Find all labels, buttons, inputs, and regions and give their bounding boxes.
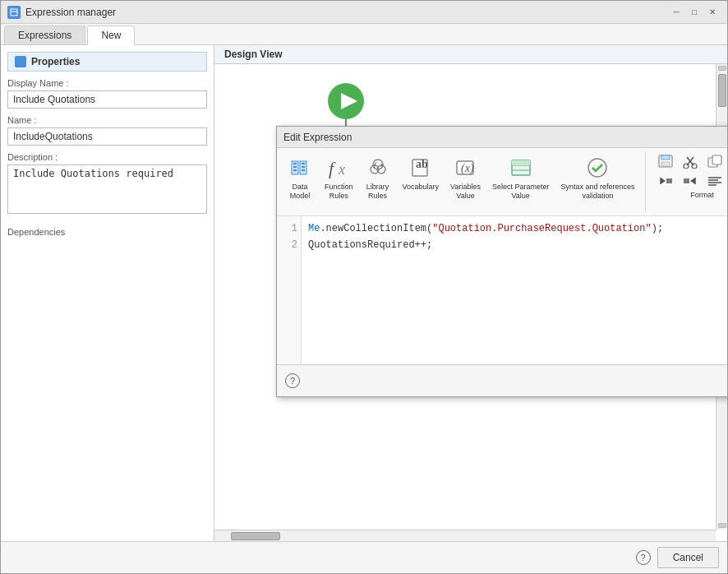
vocabulary-icon: ab (408, 155, 434, 181)
svg-rect-27 (302, 163, 305, 164)
toolbar-separator-1 (645, 151, 646, 212)
properties-title: Properties (31, 56, 80, 67)
maximize-button[interactable]: □ (686, 6, 703, 19)
dialog-toolbar: DataModel f x FunctionRules (277, 148, 727, 216)
window-title: Expression manager (25, 7, 116, 18)
library-rules-button[interactable]: f x LibraryRules (360, 151, 396, 204)
left-panel: Properties Display Name : Name : Descrip… (1, 45, 214, 541)
description-label: Description : (7, 152, 207, 162)
svg-marker-64 (690, 178, 695, 184)
svg-rect-54 (712, 155, 721, 164)
name-label: Name : (7, 115, 207, 125)
variables-value-button[interactable]: (x) VariablesValue (445, 151, 486, 204)
tabs-bar: Expressions New (1, 24, 727, 45)
main-window: Expression manager ─ □ ✕ Expressions New… (0, 0, 728, 574)
svg-text:x: x (380, 160, 384, 169)
minimize-button[interactable]: ─ (668, 6, 684, 19)
name-input[interactable] (7, 127, 207, 146)
indent-right-button[interactable] (679, 171, 702, 191)
function-rules-icon: f x (325, 155, 352, 181)
format-label: Format (690, 191, 714, 200)
right-panel: Design View (214, 45, 727, 541)
line-numbers: 1 2 (277, 216, 302, 364)
display-name-group: Display Name : (7, 78, 207, 109)
svg-rect-23 (293, 163, 297, 164)
indent-left-button[interactable] (654, 171, 677, 191)
close-button[interactable]: ✕ (704, 6, 721, 19)
design-view-header: Design View (214, 45, 727, 64)
library-rules-icon: f x (365, 155, 391, 181)
line-number-2: 2 (280, 238, 297, 253)
vocabulary-button[interactable]: ab Vocabulary (398, 151, 445, 195)
scrollbar-horizontal[interactable] (214, 530, 716, 541)
name-group: Name : (7, 115, 207, 146)
tab-expressions[interactable]: Expressions (4, 25, 85, 44)
select-parameter-icon (508, 155, 534, 181)
display-name-label: Display Name : (7, 78, 207, 88)
description-group: Description : Include Quotations require… (7, 152, 207, 214)
syntax-validation-label: Syntax and referencesvalidation (560, 183, 634, 201)
dialog-title: Edit Expression (283, 132, 352, 143)
svg-text:f: f (329, 158, 336, 178)
tab-new[interactable]: New (87, 25, 135, 45)
library-rules-label: LibraryRules (366, 183, 389, 201)
svg-text:ab: ab (416, 158, 428, 170)
variables-value-label: VariablesValue (450, 183, 481, 201)
select-parameter-label: Select ParameterValue (492, 183, 550, 201)
line-number-1: 1 (280, 221, 297, 237)
data-model-icon (287, 155, 313, 181)
svg-rect-25 (293, 169, 297, 171)
svg-rect-44 (512, 160, 530, 165)
svg-point-52 (692, 164, 697, 169)
cancel-button[interactable]: Cancel (657, 547, 719, 568)
data-model-button[interactable]: DataModel (282, 151, 318, 204)
svg-rect-0 (11, 9, 17, 16)
cut-button[interactable] (679, 151, 702, 171)
bottom-bar: ? Cancel (1, 541, 727, 573)
format-group: Format (651, 151, 727, 200)
app-icon (7, 6, 21, 19)
vocabulary-label: Vocabulary (403, 183, 440, 192)
copy-button[interactable] (703, 151, 726, 171)
code-editor[interactable]: 1 2 Me.newCollectionItem("Quotation.Purc… (277, 216, 727, 364)
syntax-validation-button[interactable]: Syntax and referencesvalidation (555, 151, 639, 204)
description-input[interactable]: Include Quotations required (7, 164, 207, 214)
svg-text:(x): (x) (461, 162, 474, 175)
dialog-bottom-bar: ? OK Cancel (277, 364, 727, 396)
svg-rect-48 (661, 162, 670, 166)
function-rules-label: FunctionRules (325, 183, 353, 201)
svg-rect-28 (302, 166, 305, 168)
svg-rect-47 (661, 155, 670, 160)
title-bar: Expression manager ─ □ ✕ (1, 1, 727, 24)
function-rules-button[interactable]: f x FunctionRules (320, 151, 358, 204)
syntax-validation-icon (584, 155, 611, 181)
svg-rect-24 (293, 166, 297, 168)
main-content: Properties Display Name : Name : Descrip… (1, 45, 727, 541)
help-icon[interactable]: ? (636, 550, 651, 565)
dependencies-label: Dependencies (7, 227, 207, 237)
svg-point-51 (684, 164, 689, 169)
edit-expression-dialog: Edit Expression ─ □ ✕ (276, 126, 727, 397)
properties-icon (15, 56, 26, 67)
select-parameter-button[interactable]: Select ParameterValue (487, 151, 555, 204)
design-canvas: While (214, 64, 727, 541)
svg-marker-59 (661, 178, 666, 184)
variables-value-icon: (x) (452, 155, 478, 181)
svg-rect-29 (302, 169, 305, 171)
dialog-help-icon[interactable]: ? (285, 373, 300, 388)
display-name-input[interactable] (7, 90, 207, 109)
data-model-label: DataModel (290, 183, 311, 201)
save-format-button[interactable] (654, 151, 677, 171)
properties-header: Properties (7, 52, 207, 72)
svg-text:x: x (338, 161, 345, 178)
code-content[interactable]: Me.newCollectionItem("Quotation.Purchase… (302, 216, 727, 364)
align-left-button[interactable] (703, 171, 726, 191)
dialog-title-bar: Edit Expression ─ □ ✕ (277, 127, 727, 148)
